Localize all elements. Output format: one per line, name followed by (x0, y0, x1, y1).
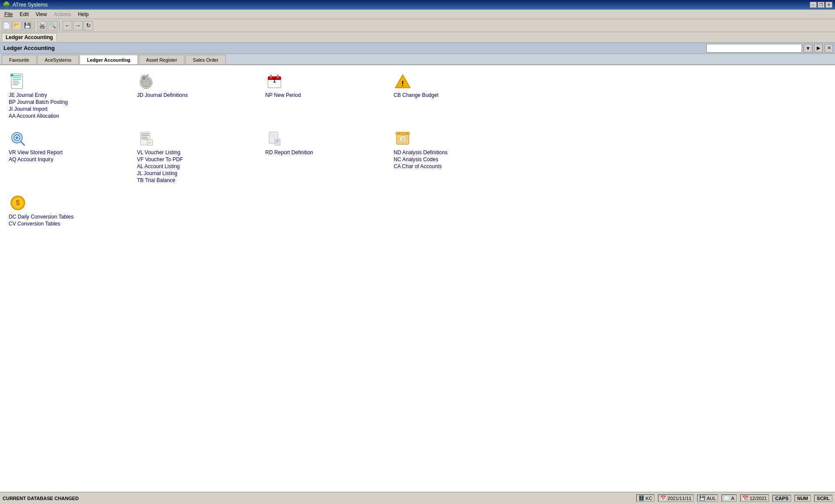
link-vf[interactable]: VF Voucher To PDF (137, 156, 183, 162)
section-3-row: $ DC Daily Conversion Tables CV Conversi… (9, 194, 826, 227)
tab-favourite[interactable]: Favourite (2, 55, 37, 64)
link-ji[interactable]: JI Journal Import (9, 106, 68, 112)
svg-marker-33 (148, 141, 152, 142)
toolbar-save-btn[interactable]: 💾 (23, 21, 32, 30)
vr-icon-group: VR View Stored Report AQ Account Inquiry (9, 129, 137, 162)
link-jd[interactable]: JD Journal Definitions (137, 92, 188, 98)
section-1-row: JE Journal Entry BP Journal Batch Postin… (9, 72, 826, 119)
link-np[interactable]: NP New Period (265, 92, 301, 98)
link-rd[interactable]: RD Report Definition (265, 149, 313, 156)
tab-asset-register[interactable]: Asset Register (139, 55, 185, 64)
link-dc[interactable]: DC Daily Conversion Tables (9, 214, 73, 220)
tab-acesystems[interactable]: AceSystems (37, 55, 79, 64)
link-nd[interactable]: ND Analysis Definitions (394, 149, 448, 156)
np-links: NP New Period (265, 92, 301, 98)
toolbar-new-btn[interactable]: 📄 (2, 21, 11, 30)
status-message: CURRENT DATABASE CHANGED (3, 496, 79, 501)
menu-file[interactable]: File (1, 10, 16, 18)
link-aq[interactable]: AQ Account Inquiry (9, 156, 63, 162)
status-save: 💾 AUL (697, 494, 718, 502)
tab-ledger-accounting[interactable]: Ledger Accounting (80, 55, 138, 64)
module-label: Ledger Accounting (2, 45, 55, 51)
status-date-val: 2021/11/11 (668, 496, 691, 501)
toolbar-open-btn[interactable]: 📂 (12, 21, 22, 30)
svg-point-48 (406, 133, 407, 134)
link-ca[interactable]: CA Char of Accounts (394, 163, 448, 169)
status-period: 📆 12/2021 (740, 494, 769, 502)
link-tb[interactable]: TB Trial Balance (137, 177, 183, 183)
search-btn[interactable]: ▼ (804, 44, 812, 53)
vl-links: VL Voucher Listing VF Voucher To PDF AL … (137, 149, 183, 183)
link-cv[interactable]: CV Conversion Tables (9, 221, 73, 227)
jd-icon-group: JD Journal Definitions (137, 72, 265, 98)
menu-actions: Actions (50, 10, 74, 18)
status-right: 🗄️ KC 📅 2021/11/11 💾 AUL ✉️ A 📆 12/2021 … (636, 494, 832, 502)
link-vl[interactable]: VL Voucher Listing (137, 149, 183, 156)
dc-icon-group: $ DC Daily Conversion Tables CV Conversi… (9, 194, 137, 227)
tab-title-bar: Ledger Accounting (0, 32, 835, 43)
menu-help[interactable]: Help (74, 10, 92, 18)
status-bar: CURRENT DATABASE CHANGED 🗄️ KC 📅 2021/11… (0, 492, 835, 504)
svg-text:!: ! (401, 80, 404, 87)
nd-links: ND Analysis Definitions NC Analysis Code… (394, 149, 448, 169)
toolbar-back-btn[interactable]: ← (63, 21, 72, 30)
close-module-btn[interactable]: ✕ (825, 44, 833, 53)
svg-marker-40 (275, 139, 280, 145)
svg-text:@: @ (401, 136, 405, 142)
svg-rect-4 (13, 81, 19, 82)
clock-icon: 📅 (660, 495, 666, 501)
svg-rect-29 (141, 135, 149, 136)
svg-text:$: $ (16, 199, 20, 206)
je-icon-group: JE Journal Entry BP Journal Batch Postin… (9, 72, 137, 119)
title-bar-left: 🌳 ATree Systems (3, 1, 48, 8)
report-definition-icon (265, 129, 284, 148)
tab-title-label: Ledger Accounting (2, 33, 57, 41)
toolbar-preview-btn[interactable]: 🔍 (48, 21, 57, 30)
status-scrl: SCRL (814, 495, 832, 502)
link-je[interactable]: JE Journal Entry (9, 92, 68, 98)
svg-text:1: 1 (273, 78, 276, 84)
svg-rect-1 (13, 75, 21, 76)
link-jl[interactable]: JL Journal Listing (137, 170, 183, 176)
vl-icon-group: VL Voucher Listing VF Voucher To PDF AL … (137, 129, 265, 183)
change-budget-icon: ! (394, 72, 412, 90)
svg-line-26 (21, 142, 24, 145)
svg-point-25 (16, 136, 18, 139)
menu-edit[interactable]: Edit (16, 10, 32, 18)
svg-rect-37 (271, 134, 277, 135)
link-nc[interactable]: NC Analysis Codes (394, 156, 448, 162)
module-bar: Ledger Accounting ▼ ▶ ✕ (0, 43, 835, 54)
email-icon: ✉️ (724, 495, 730, 501)
svg-point-11 (142, 76, 146, 80)
svg-rect-30 (141, 137, 147, 138)
tab-sales-order[interactable]: Sales Order (185, 55, 226, 64)
restore-button[interactable]: ❐ (818, 2, 825, 8)
svg-rect-39 (271, 137, 275, 138)
status-user: KC (646, 496, 652, 501)
status-user3: A (731, 496, 734, 501)
link-al[interactable]: AL Account Listing (137, 163, 183, 169)
voucher-listing-icon (137, 129, 155, 148)
link-aa[interactable]: AA Account Allocation (9, 113, 68, 119)
je-links: JE Journal Entry BP Journal Batch Postin… (9, 92, 68, 119)
main-content: JE Journal Entry BP Journal Batch Postin… (0, 65, 835, 492)
calendar-icon: 📆 (742, 495, 748, 501)
search-input[interactable] (706, 44, 802, 53)
jd-links: JD Journal Definitions (137, 92, 188, 98)
menu-view[interactable]: View (32, 10, 50, 18)
toolbar-forward-btn[interactable]: → (73, 21, 83, 30)
go-btn[interactable]: ▶ (814, 44, 823, 53)
close-button[interactable]: ✕ (825, 2, 832, 8)
nav-tabs: Favourite AceSystems Ledger Accounting A… (0, 54, 835, 65)
toolbar-print-btn[interactable]: 🖨️ (37, 21, 47, 30)
link-bp[interactable]: BP Journal Batch Posting (9, 99, 68, 105)
toolbar-refresh-btn[interactable]: ↻ (84, 21, 93, 30)
nd-icon-group: @ ND Analysis Definitions NC Analysis Co… (394, 129, 522, 169)
conversion-tables-icon: $ (9, 194, 27, 212)
link-vr[interactable]: VR View Stored Report (9, 149, 63, 156)
status-caps: CAPS (772, 495, 791, 502)
minimize-button[interactable]: ─ (810, 2, 817, 8)
new-period-icon: 1 (265, 72, 284, 90)
journal-definitions-icon (137, 72, 155, 90)
link-cb[interactable]: CB Change Budget (394, 92, 438, 98)
